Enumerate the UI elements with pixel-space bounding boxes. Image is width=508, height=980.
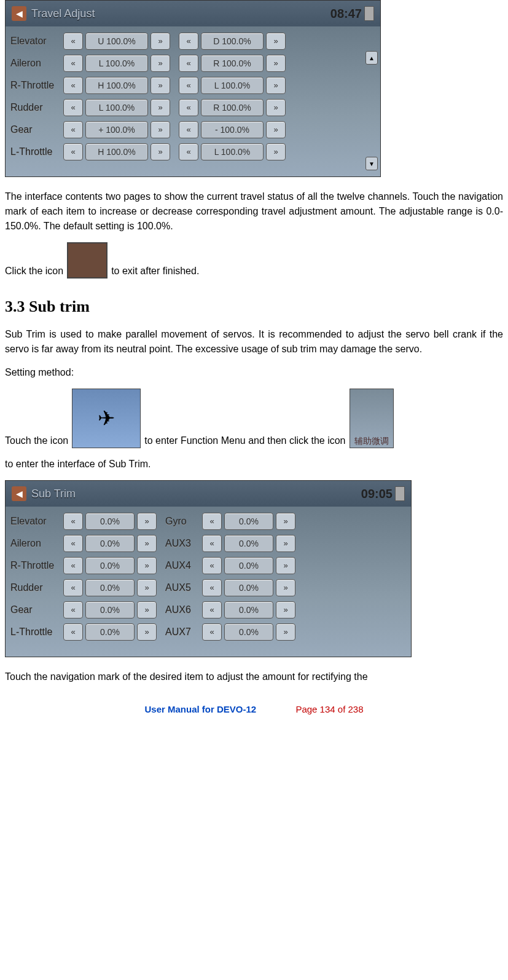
paragraph: Setting method: [5,365,503,380]
channel-label: AUX5 [165,580,202,595]
text: Click the icon [5,264,63,279]
channel-row: R-Throttle «H 100.0%» «L 100.0%» [10,77,375,94]
screenshot-body: Elevator «0.0%» Gyro «0.0%» Aileron «0.0… [6,507,411,657]
value-display: L 100.0% [85,99,148,116]
increase-button[interactable]: » [266,121,286,138]
channel-label: R-Throttle [10,78,63,93]
sub-trim-icon[interactable]: 辅助微调 [350,389,394,448]
decrease-button[interactable]: « [63,535,83,552]
channel-label: AUX6 [165,603,202,617]
decrease-button[interactable]: « [63,55,83,72]
increase-button[interactable]: » [276,579,295,596]
channel-row: Aileron «L 100.0%» «R 100.0%» [10,55,375,72]
increase-button[interactable]: » [150,77,170,94]
increase-button[interactable]: » [276,513,295,530]
channel-label: L-Throttle [10,144,63,159]
decrease-button[interactable]: « [179,121,198,138]
screenshot-header: ◀ Travel Adjust 08:47 [6,1,380,26]
value-display: L 100.0% [201,77,264,94]
decrease-button[interactable]: « [179,143,198,160]
decrease-button[interactable]: « [179,99,198,116]
increase-button[interactable]: » [266,143,286,160]
decrease-button[interactable]: « [63,601,83,618]
increase-button[interactable]: » [266,55,286,72]
sub-trim-screenshot: ◀ Sub Trim 09:05 Elevator «0.0%» Gyro «0… [5,480,412,657]
increase-button[interactable]: » [137,579,157,596]
footer-title: User Manual for DEVO-12 [145,704,257,714]
decrease-button[interactable]: « [179,33,198,50]
increase-button[interactable]: » [276,535,295,552]
channel-row: Gear «+ 100.0%» «- 100.0%» [10,121,375,138]
value-display: 0.0% [224,557,273,574]
increase-button[interactable]: » [137,513,157,530]
increase-button[interactable]: » [150,55,170,72]
value-display: 0.0% [224,579,273,596]
scrollbar[interactable]: ▲ ▼ [365,51,377,170]
increase-button[interactable]: » [150,121,170,138]
decrease-button[interactable]: « [202,579,222,596]
decrease-button[interactable]: « [202,513,222,530]
screen-title: Travel Adjust [31,6,330,22]
decrease-button[interactable]: « [179,77,198,94]
increase-button[interactable]: » [150,143,170,160]
back-icon[interactable]: ◀ [12,6,26,21]
value-display: 0.0% [85,579,135,596]
value-display: 0.0% [85,535,135,552]
value-display: L 100.0% [85,55,148,72]
increase-button[interactable]: » [266,33,286,50]
increase-button[interactable]: » [266,77,286,94]
screenshot-header: ◀ Sub Trim 09:05 [6,481,411,507]
channel-label: Rudder [10,580,63,595]
decrease-button[interactable]: « [202,601,222,618]
increase-button[interactable]: » [137,535,157,552]
increase-button[interactable]: » [137,557,157,574]
paragraph: Touch the navigation mark of the desired… [5,670,503,684]
decrease-button[interactable]: « [63,623,83,641]
back-icon[interactable]: ◀ [12,486,26,501]
scroll-down-icon[interactable]: ▼ [365,157,378,170]
text: Touch the icon [5,433,68,448]
decrease-button[interactable]: « [63,557,83,574]
text: to exit after finished. [111,264,199,279]
decrease-button[interactable]: « [202,535,222,552]
channel-label: AUX4 [165,558,202,573]
increase-button[interactable]: » [276,601,295,618]
footer-page: Page 134 of 238 [295,704,363,714]
channel-label: Gear [10,603,63,617]
increase-button[interactable]: » [150,33,170,50]
screenshot-body: ▲ ▼ Elevator «U 100.0%» «D 100.0%» Ailer… [6,26,380,176]
channel-row: Elevator «0.0%» Gyro «0.0%» [10,513,406,530]
page-footer: User Manual for DEVO-12 Page 134 of 238 [5,703,503,717]
decrease-button[interactable]: « [63,99,83,116]
decrease-button[interactable]: « [202,557,222,574]
paragraph: to enter the interface of Sub Trim. [5,457,503,472]
value-display: 0.0% [85,623,135,641]
value-display: H 100.0% [85,143,148,160]
channel-label: Rudder [10,100,63,115]
decrease-button[interactable]: « [63,513,83,530]
channel-row: Gear «0.0%» AUX6 «0.0%» [10,601,406,618]
inline-paragraph: Click the icon to exit after finished. [5,242,503,279]
function-menu-icon[interactable]: ✈ [72,389,141,448]
decrease-button[interactable]: « [179,55,198,72]
channel-label: Gyro [165,514,202,529]
exit-icon[interactable] [67,242,107,279]
increase-button[interactable]: » [276,557,295,574]
value-display: R 100.0% [201,99,264,116]
increase-button[interactable]: » [276,623,295,641]
increase-button[interactable]: » [137,601,157,618]
increase-button[interactable]: » [137,623,157,641]
decrease-button[interactable]: « [63,579,83,596]
decrease-button[interactable]: « [63,77,83,94]
decrease-button[interactable]: « [202,623,222,641]
increase-button[interactable]: » [266,99,286,116]
channel-label: AUX7 [165,625,202,639]
channel-label: Aileron [10,56,63,71]
scroll-up-icon[interactable]: ▲ [365,51,378,65]
decrease-button[interactable]: « [63,33,83,50]
decrease-button[interactable]: « [63,121,83,138]
paragraph: Sub Trim is used to make parallel moveme… [5,327,503,357]
channel-row: Aileron «0.0%» AUX3 «0.0%» [10,535,406,552]
increase-button[interactable]: » [150,99,170,116]
decrease-button[interactable]: « [63,143,83,160]
